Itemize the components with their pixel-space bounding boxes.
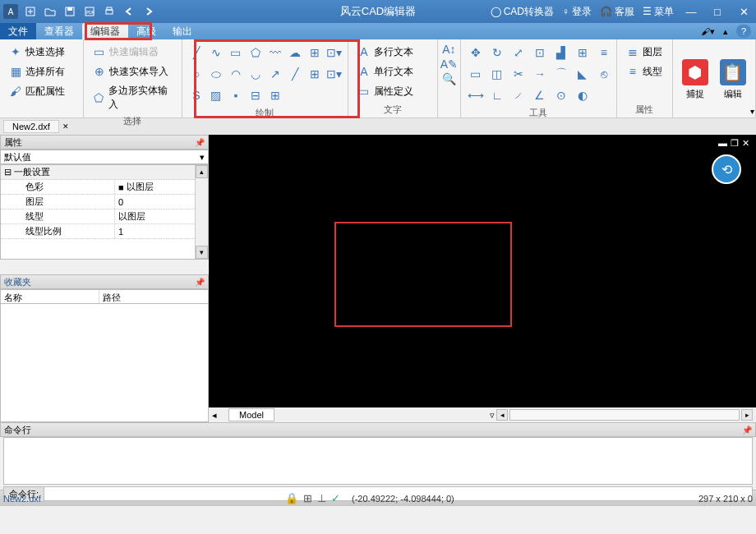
fav-col-path[interactable]: 路径 [99, 290, 124, 303]
open-icon[interactable] [43, 4, 58, 19]
table-row[interactable]: 线型比例1 [1, 224, 208, 239]
layout-prev-icon[interactable]: ◂ [209, 410, 220, 421]
break-icon[interactable]: ⎋ [594, 64, 614, 84]
canvas-min-icon[interactable]: ▬ [718, 138, 727, 149]
rotate-icon[interactable]: ↻ [487, 43, 507, 62]
ellipse-icon[interactable]: ⬭ [207, 64, 225, 84]
table-row[interactable]: 线型以图层 [1, 209, 208, 224]
stretch-icon[interactable]: ⊡ [530, 43, 550, 62]
hscrollbar[interactable] [509, 409, 740, 421]
style-dropdown-icon[interactable]: 🖌▾ [700, 25, 715, 38]
fav-col-name[interactable]: 名称 [1, 290, 99, 303]
block-icon[interactable]: ⊡▾ [325, 43, 343, 62]
undo-icon[interactable] [122, 4, 136, 19]
close-button[interactable]: ✕ [735, 4, 753, 19]
dim3-icon[interactable]: ⟋ [509, 85, 528, 105]
drawing-canvas[interactable]: ▬ ❐ ✕ ⟲ [209, 135, 756, 407]
poly-entity-input-button[interactable]: ⬠多边形实体输入 [89, 82, 177, 113]
hscroll-right-icon[interactable]: ▸ [741, 409, 753, 421]
offset-icon[interactable]: ◫ [487, 64, 507, 84]
status-ortho-icon[interactable]: ⊥ [317, 492, 326, 504]
login-button[interactable]: ♀ 登录 [562, 5, 592, 19]
layout-dropdown-icon[interactable]: ▿ [490, 410, 495, 421]
snap-button[interactable]: ⬢ 捕捉 [678, 56, 712, 104]
save-pdf-icon[interactable]: PDF [82, 4, 97, 19]
mtext-button[interactable]: A多行文本 [353, 43, 432, 61]
fast-entity-import-button[interactable]: ⊕快速实体导入 [89, 62, 177, 81]
fillet-icon[interactable]: ⌒ [551, 64, 571, 84]
save-icon[interactable] [62, 4, 77, 19]
quick-select-button[interactable]: ✦快速选择 [5, 43, 78, 61]
circle-icon[interactable]: ○ [187, 64, 205, 84]
table-icon[interactable]: ⊞ [266, 85, 284, 105]
canvas-restore-icon[interactable]: ❐ [731, 138, 739, 149]
revcloud-icon[interactable]: ☁ [286, 43, 304, 62]
model-tab[interactable]: Model [228, 408, 274, 421]
file-tab[interactable]: New2.dxf [3, 120, 59, 133]
xline-icon[interactable]: ╱ [286, 64, 304, 84]
arc-icon[interactable]: ◠ [227, 64, 245, 84]
menu-button[interactable]: ☰ 菜单 [643, 5, 674, 19]
new-icon[interactable] [23, 4, 38, 19]
table-row[interactable]: 色彩■以图层 [1, 180, 208, 195]
status-grid-icon[interactable]: ⊞ [303, 492, 312, 504]
maximize-button[interactable]: □ [708, 4, 726, 19]
arc2-icon[interactable]: ◡ [247, 64, 265, 84]
ribbon-expand-icon[interactable]: ▾ [750, 107, 754, 116]
file-tab-close-icon[interactable]: ✕ [62, 122, 69, 131]
stext-button[interactable]: A单行文本 [353, 62, 432, 81]
layer-button[interactable]: ≣图层 [622, 43, 667, 61]
rect-icon[interactable]: ▭ [227, 43, 245, 62]
textedit-icon[interactable]: A✎ [443, 58, 455, 71]
dim1-icon[interactable]: ⟷ [466, 85, 486, 105]
polyline-icon[interactable]: ∿ [207, 43, 225, 62]
polygon-icon[interactable]: ⬠ [247, 43, 265, 62]
align-icon[interactable]: ≡ [594, 43, 614, 62]
canvas-close-icon[interactable]: ✕ [742, 138, 749, 149]
linetype-button[interactable]: ≡线型 [622, 62, 667, 81]
dim6-icon[interactable]: ◐ [573, 85, 592, 105]
trim-icon[interactable]: ✂ [509, 64, 528, 84]
props-section[interactable]: ⊟一般设置 [1, 165, 208, 180]
redo-icon[interactable] [141, 4, 156, 19]
menu-viewer[interactable]: 查看器 [36, 23, 82, 39]
cmd-history[interactable] [3, 437, 753, 485]
props-dropdown[interactable]: 默认值 ▾ [0, 150, 209, 164]
collapse-ribbon-icon[interactable]: ▴ [718, 25, 733, 38]
copy-icon[interactable]: ▭ [466, 64, 486, 84]
spline-icon[interactable]: 〰 [266, 43, 284, 62]
status-lock-icon[interactable]: 🔒 [285, 492, 298, 504]
textfind-icon[interactable]: 🔍 [443, 72, 455, 85]
dim2-icon[interactable]: ∟ [487, 85, 507, 105]
table-row[interactable]: 图层0 [1, 195, 208, 209]
print-icon[interactable] [102, 4, 117, 19]
extend-icon[interactable]: → [530, 64, 550, 84]
cad-converter-button[interactable]: ◯ CAD转换器 [491, 5, 554, 19]
service-button[interactable]: 🎧 客服 [600, 5, 634, 19]
minimize-button[interactable]: — [682, 4, 700, 19]
scroll-down-icon[interactable]: ▾ [196, 246, 208, 259]
dim4-icon[interactable]: ∠ [530, 85, 550, 105]
props-scrollbar[interactable]: ▴ ▾ [195, 165, 208, 259]
textstyle-icon[interactable]: A↕ [443, 43, 455, 56]
pin-icon[interactable]: 📌 [742, 426, 752, 435]
hscroll-left-icon[interactable]: ◂ [496, 409, 508, 421]
status-osnap-icon[interactable]: ✓ [331, 492, 340, 504]
insert-icon[interactable]: ⊞ [306, 43, 324, 62]
mirror-icon[interactable]: ▟ [551, 43, 571, 62]
scale-icon[interactable]: ⤢ [509, 43, 528, 62]
menu-advanced[interactable]: 高级 [128, 23, 164, 39]
line-icon[interactable]: ╱ [187, 43, 205, 62]
dim5-icon[interactable]: ⊙ [551, 85, 571, 105]
move-icon[interactable]: ✥ [466, 43, 486, 62]
dropdown-icon[interactable]: ⊡▾ [325, 64, 343, 84]
scroll-up-icon[interactable]: ▴ [196, 165, 208, 178]
pin-icon[interactable]: 📌 [195, 278, 205, 287]
divide-icon[interactable]: ⊟ [247, 85, 265, 105]
menu-editor[interactable]: 编辑器 [82, 23, 128, 39]
array-icon[interactable]: ⊞ [573, 43, 592, 62]
insert2-icon[interactable]: ⊞ [306, 64, 324, 84]
spline2-icon[interactable]: S [187, 85, 205, 105]
help-icon[interactable]: ? [736, 25, 751, 38]
point-icon[interactable]: ▪ [227, 85, 245, 105]
